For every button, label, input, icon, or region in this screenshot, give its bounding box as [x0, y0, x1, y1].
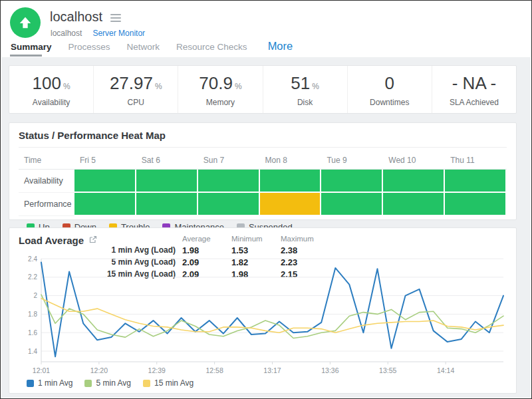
- stat-disk: 51%Disk: [263, 66, 348, 113]
- heatmap-col-sat-6: Sat 6: [136, 152, 198, 169]
- app-window: localhost localhostServer Monitor Summar…: [0, 0, 532, 399]
- series-1-min-avg: [41, 263, 503, 357]
- tab-resource-checks[interactable]: Resource Checks: [176, 42, 247, 52]
- tab-summary[interactable]: Summary: [11, 42, 52, 52]
- heatmap-cell-availability-mon-8[interactable]: [260, 170, 322, 193]
- stat-value: 70.9%: [178, 74, 262, 92]
- heatmap-title: Status / Performance Heat Map: [19, 130, 507, 141]
- chart-legend-swatch-1-min-avg: [27, 380, 34, 387]
- heatmap-row-performance: Performance: [19, 193, 507, 216]
- chart-tick-label: 1.6: [28, 329, 37, 336]
- external-link-icon[interactable]: [89, 234, 97, 246]
- load-average-panel: Load Average AverageMinimumMaximum1 min …: [9, 227, 517, 394]
- tab-processes[interactable]: Processes: [68, 42, 110, 52]
- heatmap-cell-performance-wed-10[interactable]: [383, 193, 445, 216]
- heatmap-cell-availability-thu-11[interactable]: [445, 170, 507, 193]
- stats-summary-panel: 100%Availability27.97%CPU70.9%Memory51%D…: [9, 65, 517, 114]
- stat-value: 27.97%: [94, 74, 178, 92]
- tab-network[interactable]: Network: [127, 42, 160, 52]
- stat-label: CPU: [94, 98, 178, 107]
- chart-tick-label: 2.4: [28, 255, 37, 263]
- monitor-type-link[interactable]: Server Monitor: [92, 29, 145, 38]
- heatmap-panel: Status / Performance Heat Map TimeFri 5S…: [9, 122, 517, 220]
- heatmap-cell-performance-thu-11[interactable]: [445, 193, 507, 216]
- heatmap-row-availability: Availability: [19, 170, 507, 193]
- heatmap-row-label: Availability: [19, 170, 74, 193]
- tab-more[interactable]: More: [268, 40, 293, 53]
- chart-tick-label: 1.4: [28, 348, 37, 355]
- chart-tick-label: 13:36: [321, 366, 338, 374]
- stat-unit: %: [235, 82, 242, 91]
- heatmap-header-row: TimeFri 5Sat 6Sun 7Mon 8Tue 9Wed 10Thu 1…: [19, 152, 507, 170]
- active-tab-underline: [10, 55, 42, 57]
- chart-legend-label: 5 min Avg: [96, 378, 130, 388]
- monitor-header: localhost localhostServer Monitor Summar…: [1, 1, 531, 57]
- heatmap-col-wed-10: Wed 10: [383, 152, 445, 169]
- summary-corner: [104, 235, 182, 244]
- load-average-chart-area: 1.41.61.822.22.412:0112:2012:3912:5813:1…: [15, 252, 512, 382]
- divider: [19, 147, 507, 148]
- stat-label: Availability: [9, 98, 93, 107]
- stat-value: - NA -: [432, 74, 516, 92]
- heatmap-cell-availability-sat-6[interactable]: [136, 170, 198, 193]
- stat-cpu: 27.97%CPU: [94, 66, 178, 113]
- stat-memory: 70.9%Memory: [178, 66, 263, 113]
- chart-tick-label: 1.8: [28, 311, 37, 318]
- monitor-status-avatar: [10, 7, 41, 38]
- chart-tick-label: 2: [33, 292, 37, 299]
- stat-label: Disk: [263, 98, 347, 107]
- heatmap-table: TimeFri 5Sat 6Sun 7Mon 8Tue 9Wed 10Thu 1…: [19, 152, 507, 216]
- stat-sla-achieved: - NA -SLA Achieved: [432, 66, 516, 113]
- stat-value: 51%: [263, 74, 347, 92]
- heatmap-cell-performance-fri-5[interactable]: [74, 193, 136, 216]
- chart-tick-label: 13:55: [379, 366, 396, 374]
- heatmap-col-sun-7: Sun 7: [198, 152, 260, 169]
- heatmap-cell-availability-tue-9[interactable]: [321, 170, 383, 193]
- heatmap-cell-performance-sun-7[interactable]: [198, 193, 260, 216]
- heatmap-col-mon-8: Mon 8: [260, 152, 322, 169]
- heatmap-cell-performance-sat-6[interactable]: [136, 193, 198, 216]
- chart-tick-label: 14:14: [437, 366, 454, 374]
- heatmap-col-time: Time: [19, 152, 74, 169]
- summary-col-maximum: Maximum: [281, 235, 334, 244]
- tab-bar: SummaryProcessesNetworkResource ChecksMo…: [11, 40, 293, 53]
- chart-legend-15-min-avg[interactable]: 15 min Avg: [143, 378, 194, 388]
- arrow-up-icon: [18, 15, 33, 30]
- stat-label: SLA Achieved: [432, 98, 516, 107]
- stat-label: Memory: [178, 98, 262, 107]
- heatmap-col-thu-11: Thu 11: [445, 152, 507, 169]
- heatmap-cell-availability-sun-7[interactable]: [198, 170, 260, 193]
- stat-unit: %: [63, 82, 70, 91]
- stat-label: Downtimes: [348, 98, 432, 107]
- heatmap-row-label: Performance: [19, 193, 74, 216]
- chart-tick-label: 13:17: [263, 366, 281, 374]
- chart-tick-label: 12:20: [90, 366, 108, 374]
- stat-value: 0: [348, 74, 432, 92]
- chart-legend-label: 15 min Avg: [154, 378, 194, 388]
- load-average-chart[interactable]: 1.41.61.822.22.412:0112:2012:3912:5813:1…: [15, 252, 512, 380]
- heatmap-cell-performance-tue-9[interactable]: [321, 193, 383, 216]
- chart-legend-5-min-avg[interactable]: 5 min Avg: [84, 378, 130, 388]
- stat-downtimes: 0Downtimes: [348, 66, 432, 113]
- load-average-title: Load Average: [19, 235, 84, 246]
- stat-availability: 100%Availability: [9, 66, 94, 113]
- chart-tick-label: 12:01: [33, 366, 50, 374]
- heatmap-cell-availability-fri-5[interactable]: [74, 170, 136, 193]
- heatmap-col-tue-9: Tue 9: [321, 152, 383, 169]
- chart-legend: 1 min Avg5 min Avg15 min Avg: [27, 378, 194, 388]
- chart-tick-label: 2.2: [28, 273, 37, 281]
- chart-legend-label: 1 min Avg: [38, 378, 72, 388]
- chart-tick-label: 12:39: [148, 366, 166, 374]
- stat-unit: %: [155, 82, 162, 91]
- heatmap-cell-performance-mon-8[interactable]: [260, 193, 322, 216]
- page-title: localhost: [50, 9, 102, 25]
- summary-col-average: Average: [182, 235, 231, 244]
- chart-legend-1-min-avg[interactable]: 1 min Avg: [27, 378, 72, 388]
- stat-unit: %: [312, 82, 319, 91]
- monitor-name: localhost: [51, 29, 82, 38]
- summary-col-minimum: Minimum: [231, 235, 281, 244]
- heatmap-cell-availability-wed-10[interactable]: [383, 170, 445, 193]
- heatmap-col-fri-5: Fri 5: [74, 152, 136, 169]
- hamburger-menu-icon[interactable]: [110, 13, 121, 22]
- chart-tick-label: 12:58: [205, 366, 223, 374]
